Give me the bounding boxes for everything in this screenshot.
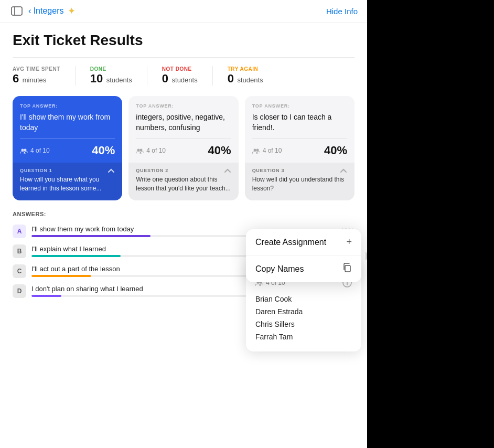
create-assignment-button[interactable]: Create Assignment +: [246, 229, 361, 255]
black-panel: [367, 0, 494, 448]
hide-info-button[interactable]: Hide Info: [326, 7, 358, 16]
card-2-students-count: 4 of 10: [136, 147, 166, 154]
answer-bar-a: [31, 235, 151, 237]
card-3-pct: 40%: [324, 144, 347, 157]
create-assignment-label: Create Assignment: [255, 238, 326, 247]
student-name-1: Daren Estrada: [255, 305, 352, 318]
stat-avg-time: AVG TIME SPENT 6 minutes: [13, 66, 76, 86]
svg-point-3: [24, 148, 27, 151]
answer-letter-c: C: [13, 264, 26, 278]
card-1-stats: 4 of 10 40%: [13, 138, 122, 163]
top-bar: ‹ Integers ✦ Hide Info: [0, 0, 367, 23]
stats-row: AVG TIME SPENT 6 minutes DONE 10 student…: [13, 66, 355, 86]
card-3-stats: 4 of 10 40%: [245, 138, 355, 163]
card-1-top-answer-text: I'll show them my work from today: [20, 112, 115, 133]
card-1-bottom: QUESTION 1 How will you share what you l…: [13, 163, 122, 200]
card-2[interactable]: TOP ANSWER: integers, positive, negative…: [128, 96, 238, 200]
cards-row: TOP ANSWER: I'll show them my work from …: [13, 96, 355, 200]
card-2-top-answer-label: TOP ANSWER:: [136, 103, 231, 109]
stat-avg-time-unit: minutes: [23, 76, 47, 84]
card-3-students-count: 4 of 10: [252, 147, 282, 154]
card-3-question-text: How well did you understand this lesson?: [252, 175, 347, 193]
back-button[interactable]: ‹ Integers: [28, 6, 63, 16]
content-area: Exit Ticket Results AVG TIME SPENT 6 min…: [0, 23, 367, 200]
card-2-bottom: QUESTION 2 Write one question about this…: [128, 163, 238, 200]
stat-avg-time-value: 6: [13, 72, 19, 85]
stat-try-again-value: 0: [228, 72, 234, 85]
top-bar-left: ‹ Integers ✦: [9, 5, 76, 17]
card-2-question-label: QUESTION 2: [136, 168, 231, 173]
sidebar-toggle-button[interactable]: [9, 5, 24, 17]
back-label: Integers: [34, 6, 64, 16]
answer-letter-a: A: [13, 225, 26, 238]
svg-point-7: [256, 148, 259, 151]
card-2-top: TOP ANSWER: integers, positive, negative…: [128, 96, 238, 138]
card-3-question-label: QUESTION 3: [252, 168, 347, 173]
stat-not-done: NOT DONE 0 students: [162, 66, 213, 86]
svg-rect-8: [345, 265, 350, 272]
student-name-0: Brian Cook: [255, 293, 352, 305]
answer-letter-b: B: [13, 244, 26, 258]
card-2-top-answer-text: integers, positive, negative, numbers, c…: [136, 112, 231, 133]
stat-done-value: 10: [90, 72, 103, 85]
card-3-top: TOP ANSWER: Is closer to I can teach a f…: [245, 96, 355, 138]
card-1-students-count-label: 4 of 10: [30, 147, 50, 154]
card-3-top-answer-text: Is closer to I can teach a friend!.: [252, 112, 347, 133]
stat-try-again-label: TRY AGAIN: [228, 66, 263, 72]
plus-icon: +: [346, 237, 352, 248]
answer-letter-d: D: [13, 284, 26, 298]
stat-try-again: TRY AGAIN 0 students: [228, 66, 278, 86]
sparkle-icon: ✦: [68, 5, 76, 17]
student-name-3: Farrah Tam: [255, 330, 352, 343]
stat-avg-time-label: AVG TIME SPENT: [13, 66, 60, 72]
stat-done: DONE 10 students: [90, 66, 147, 86]
title-divider: [13, 57, 355, 58]
svg-point-6: [253, 148, 256, 151]
copy-icon: [342, 263, 352, 275]
student-name-2: Chris Sillers: [255, 318, 352, 330]
stat-not-done-unit: students: [172, 76, 198, 84]
card-3[interactable]: TOP ANSWER: Is closer to I can teach a f…: [245, 96, 355, 200]
card-1-students-count: 4 of 10: [20, 147, 50, 154]
svg-point-5: [140, 148, 143, 151]
answer-bar-b: [31, 255, 121, 257]
stat-not-done-value: 0: [162, 72, 168, 85]
svg-point-2: [22, 148, 24, 151]
card-2-question-text: Write one question about this lesson tha…: [136, 175, 231, 193]
card-1-pct: 40%: [92, 144, 115, 157]
page-title: Exit Ticket Results: [13, 32, 355, 49]
card-1-question-label: QUESTION 1: [20, 168, 115, 173]
card-2-students-count-label: 4 of 10: [146, 147, 166, 154]
main-panel: ‹ Integers ✦ Hide Info Exit Ticket Resul…: [0, 0, 367, 448]
stat-try-again-unit: students: [237, 76, 263, 84]
card-2-stats: 4 of 10 40%: [128, 138, 238, 163]
card-1-top: TOP ANSWER: I'll show them my work from …: [13, 96, 122, 138]
card-3-students-count-label: 4 of 10: [263, 147, 282, 154]
back-chevron-icon: ‹: [28, 6, 31, 16]
copy-names-label: Copy Names: [255, 264, 304, 274]
card-2-pct: 40%: [208, 144, 231, 157]
popup-box: Create Assignment + Copy Names: [246, 229, 361, 282]
card-1-question-text: How will you share what you learned in t…: [20, 175, 115, 193]
answers-label: ANSWERS:: [13, 211, 355, 217]
card-1-top-answer-label: TOP ANSWER:: [20, 103, 115, 109]
answer-bar-d: [31, 295, 61, 297]
stat-done-label: DONE: [90, 66, 132, 72]
copy-names-button[interactable]: Copy Names: [246, 255, 361, 282]
svg-rect-0: [12, 7, 22, 15]
answer-bar-c: [31, 275, 91, 277]
card-3-top-answer-label: TOP ANSWER:: [252, 103, 347, 109]
card-3-bottom: QUESTION 3 How well did you understand t…: [245, 163, 355, 200]
popup-arrow: [366, 252, 371, 260]
stat-not-done-label: NOT DONE: [162, 66, 198, 72]
card-1[interactable]: TOP ANSWER: I'll show them my work from …: [13, 96, 122, 200]
popup-overlay: Create Assignment + Copy Names: [246, 229, 361, 282]
stat-done-unit: students: [106, 76, 132, 84]
svg-point-4: [137, 148, 140, 151]
